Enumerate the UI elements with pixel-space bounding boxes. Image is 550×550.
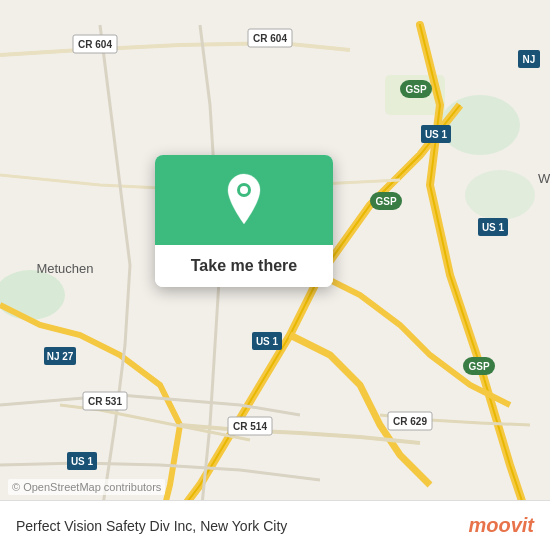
svg-text:US 1: US 1 [71,456,94,467]
svg-text:CR 531: CR 531 [88,396,122,407]
svg-text:GSP: GSP [405,84,426,95]
take-me-there-button[interactable]: Take me there [155,245,333,287]
svg-text:NJ 27: NJ 27 [47,351,74,362]
svg-text:GSP: GSP [375,196,396,207]
location-pin-icon [222,172,266,228]
svg-point-2 [440,95,520,155]
place-info-text: Perfect Vision Safety Div Inc, New York … [16,518,287,534]
svg-text:CR 604: CR 604 [253,33,287,44]
svg-point-3 [465,170,535,220]
popup-icon-area [155,155,333,245]
svg-text:CR 629: CR 629 [393,416,427,427]
svg-text:Metuchen: Metuchen [36,261,93,276]
copyright-text: © OpenStreetMap contributors [8,479,165,495]
svg-text:US 1: US 1 [425,129,448,140]
svg-text:GSP: GSP [468,361,489,372]
svg-text:CR 604: CR 604 [78,39,112,50]
map-container: CR 604 CR 604 GSP US 1 GSP US 1 US 1 NJ … [0,0,550,550]
svg-text:W: W [538,171,550,186]
svg-text:CR 514: CR 514 [233,421,267,432]
svg-text:US 1: US 1 [256,336,279,347]
moovit-logo: moovit [468,514,534,537]
svg-point-38 [240,186,248,194]
popup-card: Take me there [155,155,333,287]
svg-text:NJ: NJ [523,54,536,65]
svg-text:US 1: US 1 [482,222,505,233]
info-panel: Perfect Vision Safety Div Inc, New York … [0,500,550,550]
